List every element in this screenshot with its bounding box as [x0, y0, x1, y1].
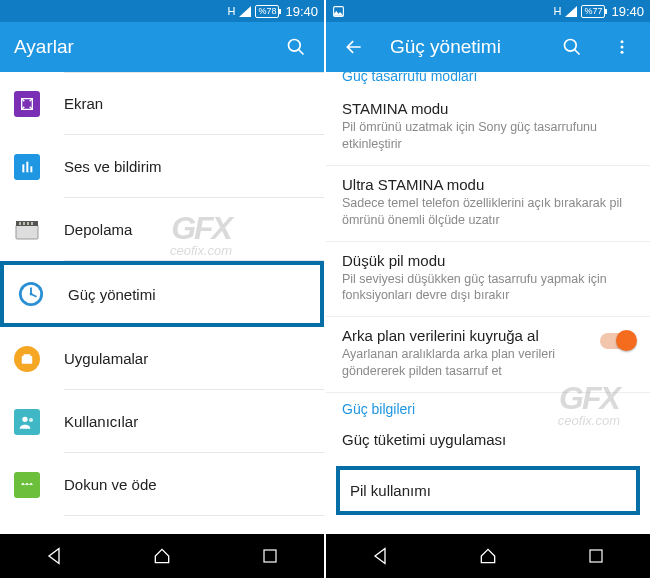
settings-row-storage[interactable]: Depolama [0, 198, 324, 261]
item-subtitle: Ayarlanan aralıklarda arka plan verileri… [342, 346, 590, 380]
search-icon[interactable] [282, 33, 310, 61]
item-title: Ultra STAMINA modu [342, 176, 634, 193]
svg-rect-3 [26, 161, 28, 172]
navigation-bar [0, 534, 324, 578]
home-button[interactable] [468, 536, 508, 576]
row-label: Ekran [64, 72, 324, 135]
svg-rect-4 [30, 166, 32, 172]
svg-rect-18 [264, 550, 276, 562]
item-queue-bg-data[interactable]: Arka plan verilerini kuyruğa al Ayarlana… [326, 317, 650, 393]
svg-point-17 [29, 418, 33, 422]
svg-point-20 [565, 40, 577, 52]
svg-rect-9 [27, 222, 29, 225]
users-icon [14, 409, 40, 435]
svg-point-0 [289, 40, 301, 52]
recent-button[interactable] [576, 536, 616, 576]
toggle-switch[interactable] [600, 333, 634, 349]
phone-right: H %77 19:40 Güç yönetimi Güç tasarrufu m… [326, 0, 652, 578]
svg-point-23 [621, 46, 624, 49]
signal-icon [239, 6, 251, 17]
item-title: Güç tüketimi uygulaması [342, 431, 634, 448]
battery-icon: %78 [255, 5, 279, 18]
item-stamina[interactable]: STAMINA modu Pil ömrünü uzatmak için Son… [326, 90, 650, 166]
settings-row-display[interactable]: Ekran [0, 72, 324, 135]
settings-list: Ekran Ses ve bildirim Depolama Güç yönet… [0, 72, 324, 534]
screenshot-icon [332, 5, 345, 18]
navigation-bar [326, 534, 650, 578]
home-button[interactable] [142, 536, 182, 576]
clock: 19:40 [611, 4, 644, 19]
row-label: Uygulamalar [64, 327, 324, 390]
network-type-icon: H [553, 5, 561, 17]
settings-row-nfc[interactable]: Dokun ve öde [0, 453, 324, 516]
app-bar: Ayarlar [0, 22, 324, 72]
settings-row-power[interactable]: Güç yönetimi [0, 261, 324, 327]
item-low-battery[interactable]: Düşük pil modu Pil seviyesi düşükken güç… [326, 242, 650, 318]
back-button[interactable] [34, 536, 74, 576]
svg-rect-15 [24, 354, 31, 356]
overflow-icon[interactable] [608, 33, 636, 61]
item-title: STAMINA modu [342, 100, 634, 117]
item-subtitle: Pil ömrünü uzatmak için Sony güç tasarru… [342, 119, 634, 153]
status-bar: H %78 19:40 [0, 0, 324, 22]
status-bar: H %77 19:40 [326, 0, 650, 22]
storage-icon [14, 217, 40, 243]
battery-icon: %77 [581, 5, 605, 18]
item-title: Pil kullanımı [350, 482, 431, 499]
settings-row-sound[interactable]: Ses ve bildirim [0, 135, 324, 198]
item-subtitle: Sadece temel telefon özelliklerini açık … [342, 195, 634, 229]
svg-rect-10 [31, 222, 33, 225]
network-type-icon: H [227, 5, 235, 17]
item-title: Arka plan verilerini kuyruğa al [342, 327, 590, 344]
svg-rect-8 [23, 222, 25, 225]
svg-point-13 [30, 293, 33, 296]
item-title: Düşük pil modu [342, 252, 634, 269]
item-ultra-stamina[interactable]: Ultra STAMINA modu Sadece temel telefon … [326, 166, 650, 242]
row-label: Dokun ve öde [64, 453, 324, 516]
power-management-list: Güç tasarrufu modları STAMINA modu Pil ö… [326, 72, 650, 534]
display-icon [14, 91, 40, 117]
apps-icon [14, 346, 40, 372]
svg-point-24 [621, 51, 624, 54]
section-header-modes: Güç tasarrufu modları [326, 72, 650, 90]
row-label: Depolama [64, 198, 324, 261]
settings-row-apps[interactable]: Uygulamalar [0, 327, 324, 390]
clock: 19:40 [285, 4, 318, 19]
row-label: Güç yönetimi [68, 265, 320, 323]
phone-left: H %78 19:40 Ayarlar Ekran Ses ve bildiri… [0, 0, 326, 578]
row-label: Ses ve bildirim [64, 135, 324, 198]
svg-line-1 [299, 50, 304, 55]
page-title: Ayarlar [14, 36, 260, 58]
back-icon[interactable] [340, 33, 368, 61]
nfc-icon [14, 472, 40, 498]
sound-icon [14, 154, 40, 180]
back-button[interactable] [360, 536, 400, 576]
signal-icon [565, 6, 577, 17]
svg-point-22 [621, 40, 624, 43]
svg-rect-7 [19, 222, 21, 225]
section-header-info: Güç bilgileri [326, 393, 650, 421]
recent-button[interactable] [250, 536, 290, 576]
svg-point-16 [22, 416, 27, 421]
svg-rect-5 [16, 225, 38, 239]
svg-line-21 [575, 50, 580, 55]
svg-rect-2 [22, 164, 24, 172]
page-title: Güç yönetimi [390, 36, 536, 58]
svg-rect-25 [590, 550, 602, 562]
svg-rect-14 [22, 356, 33, 364]
power-icon [18, 281, 44, 307]
settings-row-users[interactable]: Kullanıcılar [0, 390, 324, 453]
item-consumption-app[interactable]: Güç tüketimi uygulaması [326, 421, 650, 462]
item-battery-usage[interactable]: Pil kullanımı [336, 466, 640, 515]
item-subtitle: Pil seviyesi düşükken güç tasarrufu yapm… [342, 271, 634, 305]
app-bar: Güç yönetimi [326, 22, 650, 72]
row-label: Kullanıcılar [64, 390, 324, 453]
search-icon[interactable] [558, 33, 586, 61]
